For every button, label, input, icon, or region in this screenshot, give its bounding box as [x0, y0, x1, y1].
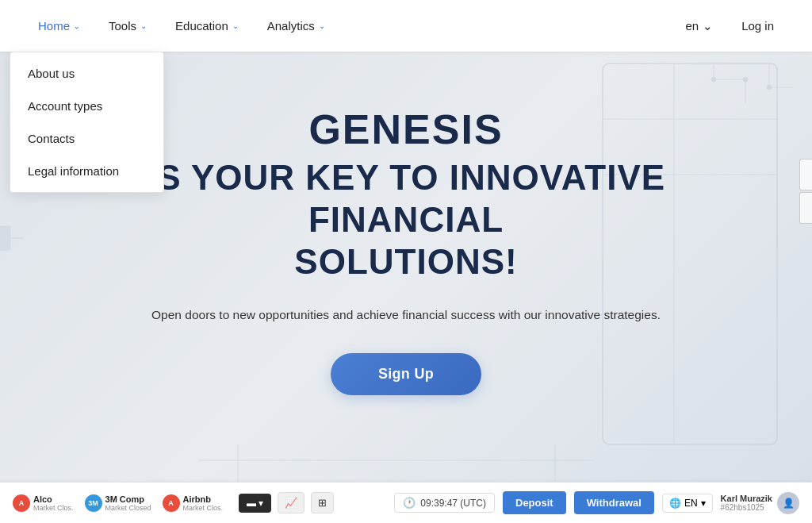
- chevron-down-icon: ⌄: [319, 21, 325, 30]
- nav-item-education[interactable]: Education ⌄: [161, 13, 253, 39]
- time-section: 🕐 09:39:47 (UTC): [394, 493, 495, 513]
- ticker-icon-airbnb: A: [163, 494, 180, 512]
- user-info: Karl Murazik #62hbs1025: [721, 494, 772, 512]
- nav-items: Home ⌃ Tools ⌄ Education ⌄ Analytics ⌄ e…: [24, 13, 788, 40]
- dropdown-item-contacts[interactable]: Contacts: [10, 122, 163, 155]
- grid-icon: ⊞: [318, 497, 327, 509]
- nav-item-analytics[interactable]: Analytics ⌄: [253, 13, 339, 39]
- dropdown-item-about-us[interactable]: About us: [10, 57, 163, 90]
- login-button[interactable]: Log in: [727, 13, 788, 39]
- ticker-item-alco: A Alco Market Clos.: [13, 494, 74, 512]
- user-avatar[interactable]: 👤: [777, 492, 799, 514]
- chart-chevron-icon: ▾: [259, 498, 263, 509]
- withdrawal-button[interactable]: Withdrawal: [574, 491, 654, 514]
- avatar-icon: 👤: [783, 498, 795, 509]
- lang-chevron-icon: ▾: [701, 498, 706, 509]
- ticker-name-alco: Alco: [33, 494, 74, 504]
- clock-icon: 🕐: [403, 497, 416, 509]
- navbar: Home ⌃ Tools ⌄ Education ⌄ Analytics ⌄ e…: [0, 0, 812, 52]
- chevron-down-icon: ⌄: [232, 21, 239, 30]
- chart-type-icon: ▬: [247, 498, 256, 509]
- bottom-controls: ▬ ▾ 📈 ⊞: [239, 492, 334, 513]
- ticker-info-alco: Alco Market Clos.: [33, 494, 74, 512]
- ticker-item-3m: 3M 3M Comp Market Closed: [85, 494, 151, 512]
- lang-label: en: [685, 19, 699, 33]
- user-section: Karl Murazik #62hbs1025 👤: [721, 492, 799, 514]
- bottom-bar: A Alco Market Clos. 3M 3M Comp Market Cl…: [0, 482, 812, 523]
- ticker-icon-alco: A: [13, 494, 30, 512]
- line-chart-icon: 📈: [285, 497, 297, 509]
- nav-home-label: Home: [38, 19, 70, 33]
- dropdown-item-account-types[interactable]: Account types: [10, 90, 163, 122]
- ticker-info-airbnb: Airbnb Market Clos.: [183, 494, 224, 512]
- dropdown-item-legal-information[interactable]: Legal information: [10, 155, 163, 187]
- globe-icon: 🌐: [669, 498, 681, 509]
- nav-item-tools[interactable]: Tools ⌄: [94, 13, 161, 39]
- grid-button[interactable]: ⊞: [311, 492, 334, 513]
- bottom-lang-section[interactable]: 🌐 EN ▾: [662, 494, 713, 513]
- time-display: 09:39:47 (UTC): [420, 498, 486, 509]
- decor-tab-2: [799, 192, 812, 224]
- ticker-item-airbnb: A Airbnb Market Clos.: [163, 494, 224, 512]
- ticker-status-airbnb: Market Clos.: [183, 504, 224, 512]
- decor-tab-1: [799, 159, 812, 190]
- nav-analytics-label: Analytics: [267, 19, 315, 33]
- signup-button[interactable]: Sign Up: [331, 353, 481, 395]
- hero-title-genesis: GENESIS: [308, 107, 503, 152]
- hero-title-line2: IS YOUR KEY TO INNOVATIVE FINANCIAL: [147, 158, 665, 239]
- ticker-area: A Alco Market Clos. 3M 3M Comp Market Cl…: [13, 494, 223, 512]
- home-dropdown-menu: About us Account types Contacts Legal in…: [10, 52, 164, 193]
- chevron-up-icon: ⌃: [74, 21, 80, 30]
- ticker-status-alco: Market Clos.: [33, 504, 74, 512]
- ticker-name-airbnb: Airbnb: [183, 494, 224, 504]
- nav-item-home[interactable]: Home ⌃: [24, 13, 94, 39]
- right-decorative-tabs: [799, 159, 812, 224]
- ticker-name-3m: 3M Comp: [105, 494, 151, 504]
- ticker-info-3m: 3M Comp Market Closed: [105, 494, 151, 512]
- chart-type-button[interactable]: ▬ ▾: [239, 494, 271, 513]
- hero-subtitle: Open doors to new opportunities and achi…: [151, 306, 661, 325]
- user-name: Karl Murazik: [721, 494, 772, 503]
- nav-tools-label: Tools: [109, 19, 136, 33]
- login-label: Log in: [741, 19, 774, 33]
- deposit-button[interactable]: Deposit: [503, 491, 566, 514]
- ticker-status-3m: Market Closed: [105, 504, 151, 512]
- lang-text: EN: [684, 498, 698, 509]
- hero-title-line3: SOLUTIONS!: [294, 242, 517, 281]
- nav-education-label: Education: [175, 19, 228, 33]
- user-id: #62hbs1025: [721, 503, 772, 512]
- line-chart-button[interactable]: 📈: [278, 492, 304, 513]
- nav-lang[interactable]: en ⌄: [671, 13, 727, 40]
- hero-title-main: IS YOUR KEY TO INNOVATIVE FINANCIAL SOLU…: [63, 157, 749, 283]
- lang-chevron-icon: ⌄: [703, 19, 713, 33]
- ticker-icon-3m: 3M: [85, 494, 102, 512]
- chevron-down-icon: ⌄: [140, 21, 147, 30]
